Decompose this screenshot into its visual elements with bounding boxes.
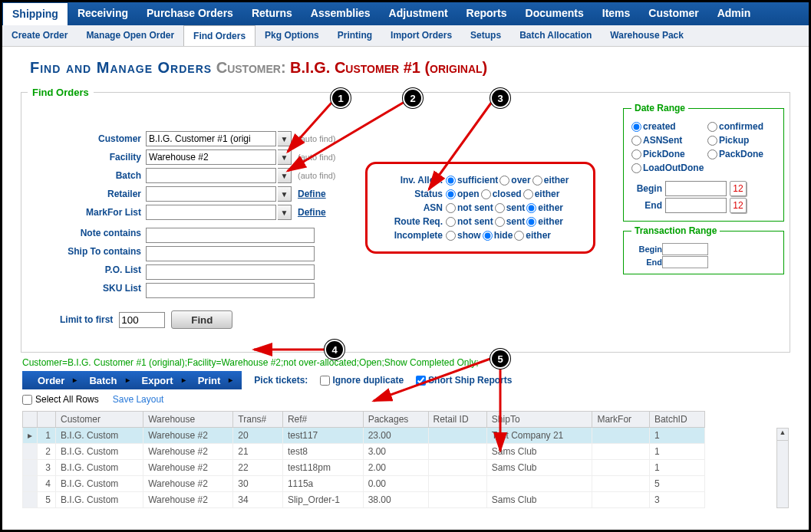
filter-label-status: Status — [374, 189, 443, 199]
topnav-tab-receiving[interactable]: Receiving — [68, 2, 137, 25]
limit-input[interactable] — [119, 312, 165, 328]
save-layout-link[interactable]: Save Layout — [113, 394, 164, 405]
filter-radio-inv_alloc-sufficient[interactable]: sufficient — [446, 175, 498, 186]
title-customer-label: Customer: — [216, 59, 286, 76]
date-range-fieldset: Date Range createdconfirmedASNSentPickup… — [623, 108, 784, 222]
markfor-input[interactable] — [146, 205, 276, 220]
topnav-tab-adjustment[interactable]: Adjustment — [380, 2, 457, 25]
markfor-define-link[interactable]: Define — [295, 207, 356, 218]
pick-tickets-label: Pick tickets: — [254, 375, 308, 386]
facility-autofind: (auto find) — [295, 153, 356, 162]
filter-radio-inv_alloc-either[interactable]: either — [532, 175, 569, 186]
po-input[interactable] — [146, 264, 315, 280]
sub-nav: Create OrderManage Open OrderFind Orders… — [2, 25, 809, 47]
batch-dropdown-button[interactable]: ▼ — [278, 168, 292, 183]
filter-radio-incomplete-show[interactable]: show — [446, 230, 481, 241]
col-warehouse[interactable]: Warehouse — [143, 412, 233, 428]
daterange-radio-pickup[interactable]: Pickup — [707, 135, 776, 146]
topnav-tab-purchase-orders[interactable]: Purchase Orders — [137, 2, 242, 25]
daterange-radio-created[interactable]: created — [631, 121, 700, 132]
topnav-tab-items[interactable]: Items — [593, 2, 640, 25]
menu-print[interactable]: Print — [189, 375, 236, 386]
filter-radio-asn-sent[interactable]: sent — [495, 202, 526, 213]
batch-input[interactable] — [146, 168, 276, 183]
subnav-import-orders[interactable]: Import Orders — [381, 25, 461, 46]
filter-radio-asn-either[interactable]: either — [526, 202, 563, 213]
shipto-input[interactable] — [146, 246, 315, 261]
filter-radio-incomplete-either[interactable]: either — [514, 230, 551, 241]
col-markfor[interactable]: MarkFor — [592, 412, 650, 428]
col-shipto[interactable]: ShipTo — [486, 412, 592, 428]
filter-radio-inv_alloc-over[interactable]: over — [499, 175, 530, 186]
filter-radio-status-open[interactable]: open — [446, 189, 480, 199]
filter-radio-route-sent[interactable]: sent — [495, 216, 526, 227]
facility-dropdown-button[interactable]: ▼ — [278, 149, 292, 165]
menu-export[interactable]: Export — [133, 375, 189, 386]
filter-radio-asn-not-sent[interactable]: not sent — [446, 202, 493, 213]
transaction-range-fieldset: Transaction Range Begin End — [623, 231, 784, 274]
subnav-pkg-options[interactable]: Pkg Options — [255, 25, 328, 46]
filter-radio-incomplete-hide[interactable]: hide — [483, 230, 513, 241]
topnav-tab-assemblies[interactable]: Assemblies — [302, 2, 380, 25]
daterange-radio-pickdone[interactable]: PickDone — [631, 149, 700, 159]
topnav-tab-shipping[interactable]: Shipping — [2, 2, 68, 25]
table-row[interactable]: 2B.I.G. CustomWarehouse #221test83.00Sam… — [23, 444, 705, 460]
daterange-radio-asnsent[interactable]: ASNSent — [631, 135, 700, 146]
top-nav: ShippingReceivingPurchase OrdersReturnsA… — [2, 2, 809, 25]
col-trans[interactable]: Trans# — [233, 412, 283, 428]
facility-input[interactable] — [146, 149, 276, 165]
subnav-create-order[interactable]: Create Order — [2, 25, 77, 46]
filter-radio-route-not-sent[interactable]: not sent — [446, 216, 493, 227]
topnav-tab-documents[interactable]: Documents — [516, 2, 593, 25]
sku-input[interactable] — [146, 283, 315, 298]
ignore-duplicate-checkbox[interactable]: Ignore duplicate — [320, 375, 404, 386]
retailer-input[interactable] — [146, 186, 276, 202]
short-ship-checkbox[interactable]: Short Ship Reports — [416, 375, 512, 386]
select-all-rows[interactable]: Select All Rows — [22, 394, 99, 405]
calendar-icon[interactable]: 12 — [730, 181, 747, 196]
date-begin-input[interactable] — [665, 181, 727, 196]
scrollbar[interactable]: ▲ — [776, 428, 789, 508]
table-row[interactable]: 5B.I.G. CustomWarehouse #234Slip_Order-1… — [23, 492, 705, 508]
calendar-icon[interactable]: 12 — [730, 198, 747, 213]
subnav-printing[interactable]: Printing — [328, 25, 381, 46]
daterange-radio-confirmed[interactable]: confirmed — [707, 121, 776, 132]
find-button[interactable]: Find — [171, 310, 232, 329]
date-end-input[interactable] — [665, 198, 727, 213]
trans-begin-input[interactable] — [662, 243, 708, 255]
daterange-radio-packdone[interactable]: PackDone — [707, 149, 776, 159]
markfor-dropdown-button[interactable]: ▼ — [278, 205, 292, 220]
filter-radio-status-either[interactable]: either — [523, 189, 560, 199]
subnav-warehouse-pack[interactable]: Warehouse Pack — [601, 25, 693, 46]
filter-radio-route-either[interactable]: either — [526, 216, 563, 227]
table-row[interactable]: ▸1B.I.G. CustomWarehouse #220test11723.0… — [23, 428, 705, 444]
filter-radio-status-closed[interactable]: closed — [481, 189, 522, 199]
table-row[interactable]: 4B.I.G. CustomWarehouse #2301115a0.005 — [23, 476, 705, 492]
subnav-manage-open-order[interactable]: Manage Open Order — [77, 25, 183, 46]
col-retailid[interactable]: Retail ID — [428, 412, 486, 428]
retailer-define-link[interactable]: Define — [295, 189, 356, 199]
topnav-tab-customer[interactable]: Customer — [639, 2, 707, 25]
col-ref[interactable]: Ref# — [282, 412, 363, 428]
note-input[interactable] — [146, 228, 315, 243]
topnav-tab-reports[interactable]: Reports — [457, 2, 516, 25]
filter-label-route: Route Req. — [374, 216, 443, 227]
daterange-radio-loadoutdone[interactable]: LoadOutDone — [631, 163, 776, 173]
customer-input[interactable] — [146, 131, 276, 146]
menu-order[interactable]: Order — [28, 375, 80, 386]
customer-dropdown-button[interactable]: ▼ — [278, 131, 292, 146]
menu-batch[interactable]: Batch — [80, 375, 132, 386]
col-packages[interactable]: Packages — [363, 412, 428, 428]
subnav-find-orders[interactable]: Find Orders — [183, 25, 255, 46]
retailer-dropdown-button[interactable]: ▼ — [278, 186, 292, 202]
trans-end-input[interactable] — [662, 256, 708, 268]
topnav-tab-admin[interactable]: Admin — [708, 2, 760, 25]
customer-label: Customer — [45, 133, 144, 144]
scroll-up-icon[interactable]: ▲ — [777, 429, 788, 441]
table-row[interactable]: 3B.I.G. CustomWarehouse #222test118pm2.0… — [23, 460, 705, 476]
topnav-tab-returns[interactable]: Returns — [242, 2, 302, 25]
subnav-batch-allocation[interactable]: Batch Allocation — [510, 25, 601, 46]
col-customer[interactable]: Customer — [56, 412, 143, 428]
subnav-setups[interactable]: Setups — [461, 25, 510, 46]
col-batchid[interactable]: BatchID — [649, 412, 704, 428]
